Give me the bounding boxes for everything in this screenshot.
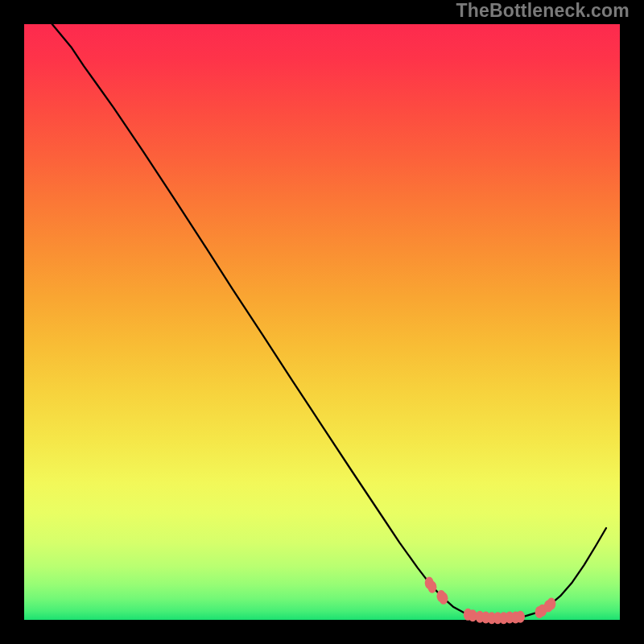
plot-background [24,24,620,620]
attribution-text: TheBottleneck.com [456,0,630,22]
curve-dot [547,598,555,610]
curve-dot [439,592,448,605]
curve-dot [427,581,436,593]
curve-dot [516,611,525,623]
bottleneck-chart [0,0,644,644]
